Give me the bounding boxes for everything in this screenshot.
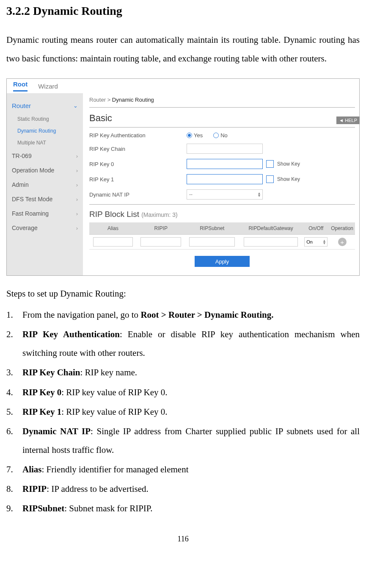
sidebar-item-tr069[interactable]: TR-069 › — [7, 149, 83, 163]
col-alias: Alias — [89, 222, 137, 235]
table-row: On ▴▾ + — [89, 235, 355, 250]
step-text: Alias: Friendly identifier for managed e… — [22, 460, 360, 479]
chevron-right-icon: › — [76, 211, 78, 217]
col-onoff: On/Off — [303, 222, 329, 235]
sidebar-item-label: Router — [12, 102, 31, 109]
top-tab-wizard[interactable]: Wizard — [38, 83, 58, 90]
chevron-left-icon: ◄ — [339, 118, 344, 123]
step-number: 5. — [6, 402, 22, 421]
sidebar-item-label: TR-069 — [12, 153, 32, 159]
col-operation: Operation — [329, 222, 355, 235]
sidebar-item-coverage[interactable]: Coverage › — [7, 221, 83, 235]
sidebar-item-fast-roaming[interactable]: Fast Roaming › — [7, 206, 83, 221]
sidebar-sub-static-routing[interactable]: Static Routing — [17, 113, 83, 125]
ripsubnet-input[interactable] — [189, 237, 234, 247]
chevron-right-icon: › — [76, 153, 78, 159]
chevron-right-icon: › — [76, 167, 78, 174]
basic-panel-title: Basic — [89, 113, 355, 124]
sidebar: Router ⌄ Static Routing Dynamic Routing … — [7, 93, 83, 275]
rip-auth-label: RIP Key Authentication — [89, 132, 187, 139]
select-stepper-icon: ▴▾ — [258, 192, 260, 197]
sidebar-item-dfs-test-mode[interactable]: DFS Test Mode › — [7, 192, 83, 206]
sidebar-sub-multiple-nat[interactable]: Multiple NAT — [17, 137, 83, 149]
rip-auth-no-radio[interactable]: No — [213, 132, 228, 139]
radio-unselected-icon — [213, 133, 219, 138]
step-number: 1. — [6, 305, 22, 324]
section-heading: 3.2.2 Dynamic Routing — [6, 4, 360, 18]
dynamic-nat-ip-select[interactable]: -- ▴▾ — [187, 189, 263, 200]
step-number: 4. — [6, 383, 22, 402]
apply-button[interactable]: Apply — [195, 256, 250, 267]
step-text: RIP Key Chain: RIP key name. — [22, 363, 360, 382]
sidebar-item-label: Operation Mode — [12, 167, 54, 174]
radio-label: No — [220, 132, 228, 139]
step-number: 9. — [6, 499, 22, 518]
steps-list: 1.From the navigation panel, go to Root … — [6, 305, 360, 518]
help-button[interactable]: ◄ HELP — [336, 116, 360, 124]
step-text: RIP Key 0: RIP key value of RIP Key 0. — [22, 383, 360, 402]
show-key1-checkbox[interactable] — [266, 175, 274, 183]
help-label: HELP — [345, 118, 357, 123]
show-key0-checkbox[interactable] — [266, 160, 274, 168]
rip-block-list-max: (Maximum: 3) — [141, 211, 178, 218]
rip-key0-input[interactable] — [187, 159, 263, 169]
page-number: 116 — [6, 535, 360, 544]
sidebar-item-label: Fast Roaming — [12, 210, 49, 217]
rip-key1-input[interactable] — [187, 174, 263, 184]
ripip-input[interactable] — [140, 237, 181, 247]
alias-input[interactable] — [93, 237, 133, 247]
radio-label: Yes — [194, 132, 203, 139]
chevron-down-icon: ⌄ — [73, 103, 78, 109]
sidebar-item-label: DFS Test Mode — [12, 196, 52, 202]
sidebar-item-router[interactable]: Router ⌄ — [7, 98, 83, 113]
step-text: From the navigation panel, go to Root > … — [22, 305, 360, 324]
top-tab-root[interactable]: Root — [13, 80, 28, 92]
rip-block-table: Alias RIPIP RIPSubnet RIPDefaultGateway … — [89, 222, 355, 250]
radio-selected-icon — [187, 133, 192, 138]
col-ripip: RIPIP — [137, 222, 185, 235]
divider — [89, 107, 355, 108]
step-text: Dynamic NAT IP: Single IP address from C… — [22, 422, 360, 459]
sidebar-item-admin[interactable]: Admin › — [7, 178, 83, 192]
show-key0-label: Show Key — [277, 161, 300, 167]
chevron-right-icon: › — [76, 196, 78, 202]
onoff-select[interactable]: On ▴▾ — [304, 237, 327, 247]
select-value: -- — [189, 191, 193, 197]
sidebar-item-label: Coverage — [12, 225, 38, 231]
step-text: RIP Key 1: RIP key value of RIP Key 0. — [22, 402, 360, 421]
rip-auth-yes-radio[interactable]: Yes — [187, 132, 203, 139]
col-ripsubnet: RIPSubnet — [185, 222, 239, 235]
step-text: RIPIP: IP address to be advertised. — [22, 480, 360, 498]
add-row-button[interactable]: + — [338, 238, 347, 246]
dynamic-nat-ip-label: Dynamic NAT IP — [89, 191, 187, 198]
rip-chain-input[interactable] — [187, 144, 263, 154]
rip-block-list-title: RIP Block List (Maximum: 3) — [89, 210, 355, 219]
step-number: 8. — [6, 480, 22, 498]
show-key1-label: Show Key — [277, 176, 300, 182]
divider — [89, 127, 355, 128]
col-ripdefaultgateway: RIPDefaultGateway — [239, 222, 303, 235]
breadcrumb-current: Dynamic Routing — [112, 97, 154, 103]
step-number: 3. — [6, 363, 22, 382]
chevron-right-icon: › — [76, 225, 78, 231]
step-text: RIPSubnet: Subnet mask for RIPIP. — [22, 499, 360, 518]
breadcrumb-router: Router > — [89, 97, 110, 103]
chevron-right-icon: › — [76, 182, 78, 188]
ripgateway-input[interactable] — [244, 237, 298, 247]
sidebar-item-operation-mode[interactable]: Operation Mode › — [7, 163, 83, 178]
onoff-value: On — [306, 239, 313, 244]
router-ui-screenshot: Root Wizard Router ⌄ Static Routing Dyna… — [6, 78, 360, 276]
rip-block-list-label: RIP Block List — [89, 210, 139, 219]
select-stepper-icon: ▴▾ — [323, 239, 325, 244]
rip-key0-label: RIP Key 0 — [89, 161, 187, 167]
rip-chain-label: RIP Key Chain — [89, 146, 187, 152]
step-number: 6. — [6, 422, 22, 459]
breadcrumb: Router > Dynamic Routing — [89, 97, 355, 103]
step-text: RIP Key Authentication: Enable or disabl… — [22, 325, 360, 362]
sidebar-item-label: Admin — [12, 181, 29, 188]
rip-key1-label: RIP Key 1 — [89, 176, 187, 183]
step-number: 7. — [6, 460, 22, 479]
divider — [89, 204, 355, 205]
step-number: 2. — [6, 325, 22, 362]
sidebar-sub-dynamic-routing[interactable]: Dynamic Routing — [17, 125, 83, 137]
